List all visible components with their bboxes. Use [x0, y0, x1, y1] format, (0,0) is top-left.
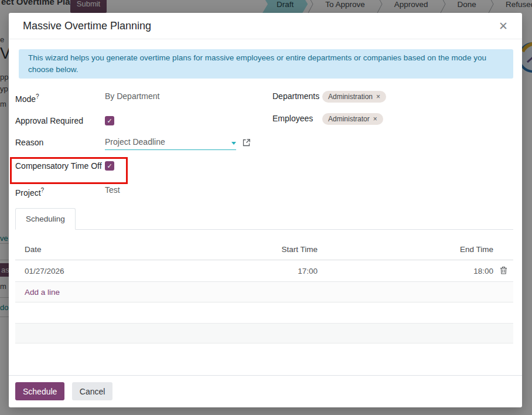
table-row: 01/27/2026 17:00 18:00 — [15, 260, 513, 282]
help-icon: ? — [36, 93, 39, 100]
trash-icon — [500, 266, 507, 276]
tag-label: Administration — [328, 93, 373, 101]
field-row-compensatory-time-off: Compensatory Time Off ✓ — [15, 160, 264, 172]
project-value: Test — [105, 184, 120, 196]
chevron-down-icon — [231, 142, 236, 145]
wizard-form: Mode? By Department Approval Required ✓ … — [15, 90, 513, 208]
field-row-reason: Reason Project Deadline — [15, 137, 264, 151]
delete-row-button[interactable] — [493, 266, 513, 276]
info-alert: This wizard helps you generate overtime … — [19, 49, 513, 79]
reason-value: Project Deadline — [105, 137, 165, 147]
modal-header: Massive Overtime Planning ✕ — [9, 13, 522, 39]
employee-tag[interactable]: Administrator × — [322, 113, 383, 125]
remove-tag-icon[interactable]: × — [376, 93, 380, 101]
empty-row — [15, 343, 513, 368]
massive-overtime-planning-dialog: Massive Overtime Planning ✕ This wizard … — [9, 13, 522, 407]
form-column-left: Mode? By Department Approval Required ✓ … — [15, 90, 264, 208]
empty-row — [15, 302, 513, 323]
department-tag[interactable]: Administration × — [322, 91, 386, 103]
tag-label: Administrator — [328, 115, 370, 123]
column-header-start-time: Start Time — [142, 245, 318, 254]
internal-link-icon[interactable] — [242, 138, 251, 149]
project-label: Project? — [15, 184, 105, 199]
schedule-button[interactable]: Schedule — [15, 382, 64, 400]
field-row-approval-required: Approval Required ✓ — [15, 115, 264, 127]
compensatory-time-off-checkbox[interactable]: ✓ — [105, 161, 114, 171]
column-header-date: Date — [15, 245, 142, 254]
modal-title: Massive Overtime Planning — [23, 20, 151, 32]
cancel-button[interactable]: Cancel — [72, 382, 113, 400]
approval-required-checkbox[interactable]: ✓ — [105, 116, 114, 125]
scheduling-table: Date Start Time End Time 01/27/2026 17:0… — [15, 239, 513, 368]
date-cell[interactable]: 01/27/2026 — [15, 267, 142, 275]
add-a-line-link[interactable]: Add a line — [15, 282, 513, 302]
empty-row — [15, 323, 513, 343]
remove-tag-icon[interactable]: × — [373, 115, 377, 123]
field-row-departments: Departments Administration × — [272, 90, 513, 103]
start-time-cell[interactable]: 17:00 — [142, 267, 318, 275]
approval-required-label: Approval Required — [15, 115, 105, 127]
compensatory-time-off-label: Compensatory Time Off — [15, 160, 105, 172]
column-header-end-time: End Time — [318, 245, 493, 254]
mode-label: Mode? — [15, 90, 105, 106]
reason-label: Reason — [15, 137, 105, 149]
employees-label: Employees — [272, 113, 322, 125]
help-icon: ? — [41, 187, 45, 193]
modal-body: This wizard helps you generate overtime … — [9, 39, 522, 375]
check-icon: ✓ — [107, 162, 112, 169]
notebook-tabs: Scheduling — [15, 208, 513, 230]
end-time-cell[interactable]: 18:00 — [318, 267, 493, 275]
table-header-row: Date Start Time End Time — [15, 239, 513, 260]
form-column-right: Departments Administration × Employees A… — [264, 90, 513, 208]
mode-value: By Department — [105, 90, 159, 103]
close-icon[interactable]: ✕ — [499, 21, 508, 32]
field-row-employees: Employees Administrator × — [272, 113, 513, 125]
check-icon: ✓ — [107, 117, 112, 124]
field-row-mode: Mode? By Department — [15, 90, 264, 106]
field-row-project: Project? Test — [15, 184, 264, 199]
reason-select[interactable]: Project Deadline — [105, 137, 236, 150]
modal-footer: Schedule Cancel — [9, 375, 522, 407]
tab-scheduling[interactable]: Scheduling — [15, 208, 76, 230]
departments-label: Departments — [272, 90, 322, 103]
